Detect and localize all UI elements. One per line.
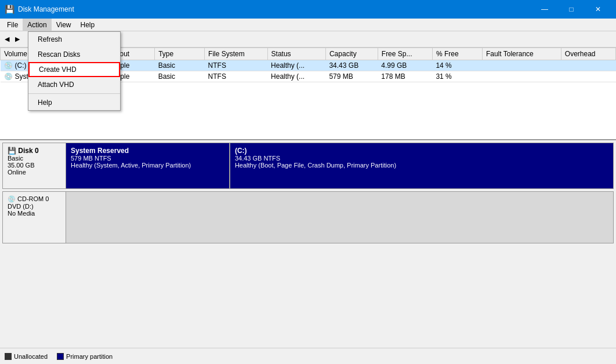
col-capacity: Capacity xyxy=(325,48,378,60)
disk0-status: Online xyxy=(8,169,61,176)
cdrom0-content xyxy=(66,191,614,243)
cdrom-icon: 💿 xyxy=(8,195,16,202)
back-button[interactable]: ◀ xyxy=(2,33,12,46)
cdrom0-type: DVD (D:) xyxy=(8,203,61,210)
title-bar-controls: — □ ✕ xyxy=(531,0,611,19)
disk0-name: 💾 Disk 0 xyxy=(8,147,61,155)
col-type: Type xyxy=(155,48,205,60)
partition-name: (C:) xyxy=(235,147,608,155)
app-icon: 💾 xyxy=(5,5,15,14)
dropdown-help[interactable]: Help xyxy=(28,95,120,110)
legend-primary: Primary partition xyxy=(57,353,113,360)
cell-status: Healthy (... xyxy=(267,60,325,71)
cell-pct-free: 31 % xyxy=(432,71,482,82)
cdrom0-name: 💿 CD-ROM 0 xyxy=(8,195,61,203)
disk0-partitions: System Reserved 579 MB NTFS Healthy (Sys… xyxy=(66,143,614,189)
disk-icon: 💾 xyxy=(8,147,16,155)
volume-icon: 💿 xyxy=(4,61,13,70)
cell-pct-free: 14 % xyxy=(432,60,482,71)
col-pct-free: % Free xyxy=(432,48,482,60)
title-bar: 💾 Disk Management — □ ✕ xyxy=(0,0,616,19)
cell-status: Healthy (... xyxy=(267,71,325,82)
maximize-button[interactable]: □ xyxy=(558,0,585,19)
col-fault: Fault Tolerance xyxy=(482,48,561,60)
menu-action[interactable]: Action xyxy=(23,19,51,31)
menu-help[interactable]: Help xyxy=(76,19,100,31)
dropdown-refresh[interactable]: Refresh xyxy=(28,32,120,47)
volume-icon: 💿 xyxy=(4,72,13,81)
cell-free: 4.99 GB xyxy=(378,60,432,71)
partition-status: Healthy (Boot, Page File, Crash Dump, Pr… xyxy=(235,162,608,169)
cell-type: Basic xyxy=(155,60,205,71)
unallocated-box xyxy=(5,353,12,360)
cell-free: 178 MB xyxy=(378,71,432,82)
cell-overhead xyxy=(561,60,615,71)
close-button[interactable]: ✕ xyxy=(585,0,611,19)
menu-view[interactable]: View xyxy=(52,19,76,31)
cdrom0-media: No Media xyxy=(8,210,61,217)
cell-filesystem: NTFS xyxy=(205,60,267,71)
partition-status: Healthy (System, Active, Primary Partiti… xyxy=(71,162,224,169)
menu-bar: File Action View Help xyxy=(0,19,616,31)
cell-overhead xyxy=(561,71,615,82)
status-bar: Unallocated Primary partition xyxy=(0,348,616,364)
col-free: Free Sp... xyxy=(378,48,432,60)
disk0-row: 💾 Disk 0 Basic 35.00 GB Online System Re… xyxy=(2,143,614,189)
menu-file[interactable]: File xyxy=(2,19,23,31)
partition-size-fs: 579 MB NTFS xyxy=(71,155,224,162)
partition-name: System Reserved xyxy=(71,147,224,155)
cell-capacity: 579 MB xyxy=(325,71,378,82)
title-bar-left: 💾 Disk Management xyxy=(5,5,74,14)
dropdown-rescan[interactable]: Rescan Disks xyxy=(28,47,120,62)
col-filesystem: File System xyxy=(205,48,267,60)
cdrom0-row: 💿 CD-ROM 0 DVD (D:) No Media xyxy=(2,191,614,243)
partition-c[interactable]: (C:) 34.43 GB NTFS Healthy (Boot, Page F… xyxy=(230,143,613,188)
partition-size-fs: 34.43 GB NTFS xyxy=(235,155,608,162)
dropdown-create-vhd[interactable]: Create VHD xyxy=(28,62,120,77)
primary-box xyxy=(57,353,64,360)
col-status: Status xyxy=(267,48,325,60)
dropdown-attach-vhd[interactable]: Attach VHD xyxy=(28,77,120,92)
partition-system-reserved[interactable]: System Reserved 579 MB NTFS Healthy (Sys… xyxy=(66,143,230,188)
forward-button[interactable]: ▶ xyxy=(13,33,22,46)
disk0-type: Basic xyxy=(8,155,61,162)
legend-unallocated: Unallocated xyxy=(5,353,48,360)
unallocated-label: Unallocated xyxy=(14,353,48,360)
cell-fault xyxy=(482,60,561,71)
cell-type: Basic xyxy=(155,71,205,82)
disk0-label: 💾 Disk 0 Basic 35.00 GB Online xyxy=(2,143,66,189)
cell-capacity: 34.43 GB xyxy=(325,60,378,71)
app-title: Disk Management xyxy=(18,5,74,13)
primary-label: Primary partition xyxy=(66,353,113,360)
cell-filesystem: NTFS xyxy=(205,71,267,82)
disk-view: 💾 Disk 0 Basic 35.00 GB Online System Re… xyxy=(0,140,616,348)
action-dropdown: Refresh Rescan Disks Create VHD Attach V… xyxy=(28,31,121,111)
dropdown-separator xyxy=(28,93,120,94)
minimize-button[interactable]: — xyxy=(531,0,558,19)
disk0-size: 35.00 GB xyxy=(8,162,61,169)
cell-fault xyxy=(482,71,561,82)
cdrom0-label: 💿 CD-ROM 0 DVD (D:) No Media xyxy=(2,191,66,243)
col-overhead: Overhead xyxy=(561,48,615,60)
